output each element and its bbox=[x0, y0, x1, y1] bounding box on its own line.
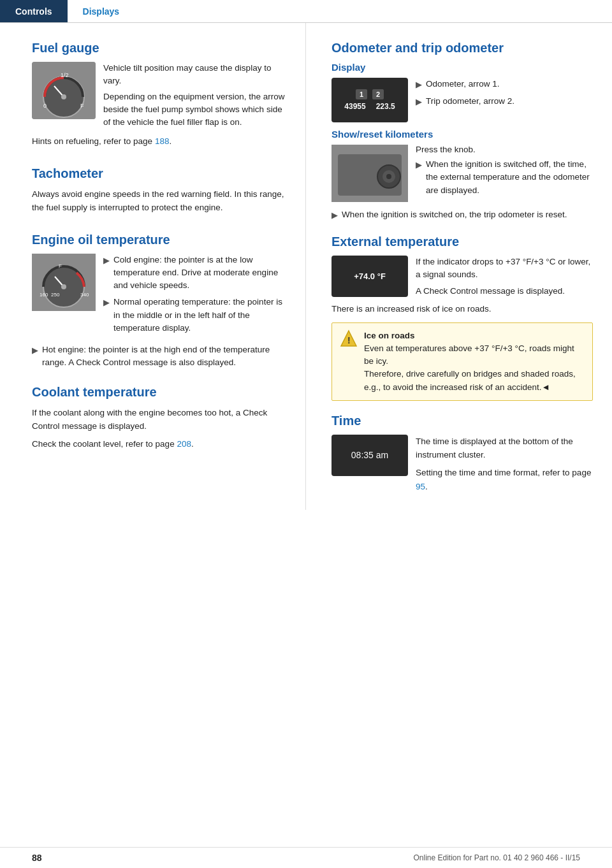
warning-box: ! Ice on roads Even at temperatures abov… bbox=[332, 322, 593, 401]
tab-controls[interactable]: Controls bbox=[0, 0, 68, 22]
time-title: Time bbox=[332, 414, 593, 428]
ignition-on-bullet: ▶ When the ignition is switched on, the … bbox=[332, 208, 593, 222]
odo-bullet-arrow2: ▶ bbox=[416, 96, 422, 108]
ignition-off-arrow: ▶ bbox=[416, 159, 422, 197]
svg-text:250: 250 bbox=[51, 292, 60, 298]
fuel-gauge-section: Fuel gauge 0 1/2 F bbox=[32, 41, 286, 148]
tachometer-title: Tachometer bbox=[32, 166, 286, 181]
display-subtitle: Display bbox=[332, 62, 593, 73]
fuel-gauge-image: 0 1/2 F bbox=[32, 62, 96, 119]
external-temp-title: External temperature bbox=[332, 235, 593, 249]
warning-text: Ice on roads Even at temperatures above … bbox=[364, 329, 585, 394]
top-navigation: Controls Displays bbox=[0, 0, 612, 23]
bullet-arrow-3: ▶ bbox=[32, 344, 38, 370]
ignition-off-bullet: ▶ When the ignition is switched off, the… bbox=[416, 158, 593, 197]
show-reset-block: Press the knob. ▶ When the ignition is s… bbox=[332, 145, 593, 202]
odo-bullet-arrow1: ▶ bbox=[416, 78, 422, 91]
tab-displays[interactable]: Displays bbox=[68, 0, 135, 22]
ext-temp-block: +74.0 °F If the indicator drops to +37 °… bbox=[332, 256, 593, 298]
time-image: 08:35 am bbox=[332, 435, 408, 476]
svg-text:F: F bbox=[59, 263, 62, 269]
svg-text:!: ! bbox=[347, 335, 351, 345]
engine-oil-bullet2: ▶ Normal operating temperature: the poin… bbox=[103, 296, 286, 335]
fuel-hints: Hints on refueling, refer to page 188. bbox=[32, 135, 286, 148]
coolant-text1: If the coolant along with the engine bec… bbox=[32, 406, 286, 433]
footer: 88 Online Edition for Part no. 01 40 2 9… bbox=[0, 847, 612, 868]
engine-oil-bullet1: ▶ Cold engine: the pointer is at the low… bbox=[103, 254, 286, 293]
time-section: Time 08:35 am The time is displayed at t… bbox=[332, 414, 593, 493]
tachometer-text: Always avoid engine speeds in the red wa… bbox=[32, 187, 286, 215]
show-reset-text: Press the knob. ▶ When the ignition is s… bbox=[416, 145, 593, 202]
svg-text:F: F bbox=[80, 103, 84, 109]
odometer-image: 1 2 43955 223.5 bbox=[332, 78, 408, 122]
bullet-arrow-2: ▶ bbox=[103, 296, 110, 335]
show-reset-subtitle: Show/reset kilometers bbox=[332, 129, 593, 140]
coolant-text2: Check the coolant level, refer to page 2… bbox=[32, 437, 286, 451]
footer-right-text: Online Edition for Part no. 01 40 2 960 … bbox=[413, 853, 580, 862]
ice-risk-text: There is an increased risk of ice on roa… bbox=[332, 303, 593, 315]
odo-bullet1: ▶ Odometer, arrow 1. bbox=[416, 78, 593, 91]
odo-numbers: 43955 223.5 bbox=[344, 102, 395, 111]
engine-oil-bullets: ▶ Cold engine: the pointer is at the low… bbox=[103, 254, 286, 339]
ext-temp-text2: A Check Control message is displayed. bbox=[416, 285, 593, 298]
engine-oil-image: 160 F 340 250 bbox=[32, 254, 96, 311]
engine-oil-section: Engine oil temperature 160 F 340 250 bbox=[32, 233, 286, 370]
coolant-page-ref[interactable]: 208 bbox=[177, 439, 191, 449]
odo-arrow1: 1 bbox=[356, 89, 367, 99]
odometer-section: Odometer and trip odometer Display 1 2 4… bbox=[332, 41, 593, 222]
tachometer-section: Tachometer Always avoid engine speeds in… bbox=[32, 166, 286, 215]
odometer-display-block: 1 2 43955 223.5 ▶ Odometer, arrow 1. ▶ bbox=[332, 78, 593, 122]
main-content: Fuel gauge 0 1/2 F bbox=[0, 23, 612, 510]
coolant-title: Coolant temperature bbox=[32, 385, 286, 400]
odo-bullet2: ▶ Trip odometer, arrow 2. bbox=[416, 95, 593, 108]
engine-oil-bullet3: ▶ Hot engine: the pointer is at the high… bbox=[32, 344, 286, 370]
engine-oil-title: Engine oil temperature bbox=[32, 233, 286, 247]
ext-temp-text: If the indicator drops to +37 °F/+3 °C o… bbox=[416, 256, 593, 298]
odometer-value: 43955 bbox=[344, 102, 365, 111]
fuel-gauge-text: Vehicle tilt position may cause the disp… bbox=[103, 62, 286, 131]
right-column: Odometer and trip odometer Display 1 2 4… bbox=[306, 23, 612, 510]
press-knob-text: Press the knob. bbox=[416, 145, 593, 154]
ignition-on-arrow: ▶ bbox=[332, 209, 338, 222]
odo-arrow2: 2 bbox=[372, 89, 384, 99]
odometer-title: Odometer and trip odometer bbox=[332, 41, 593, 55]
ext-temp-text1: If the indicator drops to +37 °F/+3 °C o… bbox=[416, 256, 593, 282]
fuel-gauge-title: Fuel gauge bbox=[32, 41, 286, 55]
svg-text:340: 340 bbox=[80, 292, 89, 298]
svg-point-10 bbox=[61, 284, 66, 289]
time-text: The time is displayed at the bottom of t… bbox=[416, 435, 593, 493]
trip-value: 223.5 bbox=[376, 102, 395, 111]
svg-text:160: 160 bbox=[40, 292, 48, 298]
warning-title: Ice on roads bbox=[364, 331, 415, 340]
warning-icon: ! bbox=[340, 329, 358, 347]
knob-image bbox=[332, 145, 408, 202]
ext-temp-image: +74.0 °F bbox=[332, 256, 408, 297]
page-number: 88 bbox=[32, 853, 42, 863]
coolant-section: Coolant temperature If the coolant along… bbox=[32, 385, 286, 451]
external-temp-section: External temperature +74.0 °F If the ind… bbox=[332, 235, 593, 401]
svg-point-19 bbox=[386, 174, 391, 179]
time-text2: Setting the time and time format, refer … bbox=[416, 466, 593, 493]
fuel-page-ref[interactable]: 188 bbox=[155, 136, 170, 146]
time-page-ref[interactable]: 95 bbox=[416, 482, 425, 491]
time-text1: The time is displayed at the bottom of t… bbox=[416, 435, 593, 462]
bullet-arrow-1: ▶ bbox=[103, 254, 110, 293]
warning-text2: Therefore, drive carefully on bridges an… bbox=[364, 369, 576, 391]
left-column: Fuel gauge 0 1/2 F bbox=[0, 23, 306, 510]
engine-oil-block: 160 F 340 250 ▶ Cold engine: the pointer… bbox=[32, 254, 286, 339]
warning-text1: Even at temperatures above +37 °F/+3 °C,… bbox=[364, 344, 574, 366]
fuel-gauge-block: 0 1/2 F Vehicle tilt position may cause … bbox=[32, 62, 286, 131]
svg-text:1/2: 1/2 bbox=[61, 72, 69, 78]
time-block: 08:35 am The time is displayed at the bo… bbox=[332, 435, 593, 493]
svg-text:0: 0 bbox=[43, 103, 47, 109]
odo-arrows: 1 2 bbox=[356, 89, 384, 99]
svg-point-3 bbox=[61, 94, 66, 99]
odo-bullet-list: ▶ Odometer, arrow 1. ▶ Trip odometer, ar… bbox=[416, 78, 593, 122]
